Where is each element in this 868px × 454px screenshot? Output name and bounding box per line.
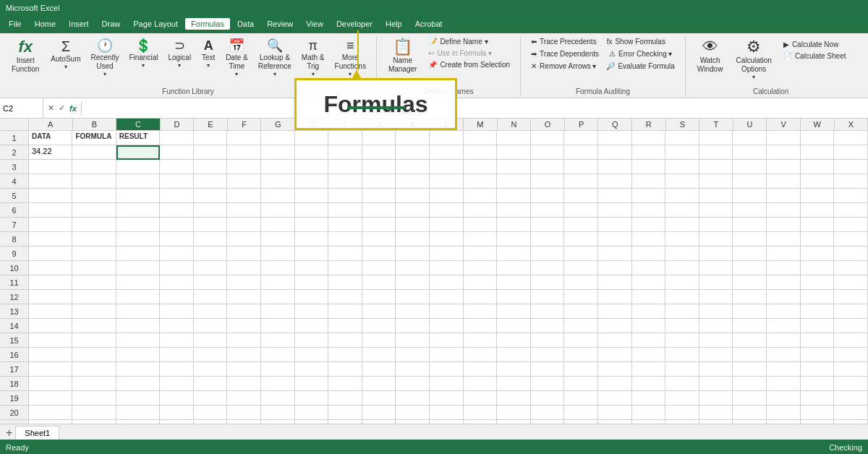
cell-S12[interactable]: [665, 290, 699, 304]
cell-J20[interactable]: [362, 406, 396, 420]
menu-data[interactable]: Data: [231, 18, 260, 30]
cell-Q11[interactable]: [598, 275, 632, 290]
cell-B3[interactable]: [72, 160, 116, 174]
cell-R5[interactable]: [632, 189, 666, 203]
cell-P16[interactable]: [564, 348, 598, 362]
cell-T19[interactable]: [699, 391, 733, 406]
cell-F2[interactable]: [227, 145, 261, 160]
cell-N14[interactable]: [497, 319, 531, 333]
name-box[interactable]: C2: [0, 98, 43, 118]
row-header-13[interactable]: 13: [0, 304, 28, 319]
row-header-7[interactable]: 7: [0, 218, 28, 232]
cell-K3[interactable]: [396, 160, 430, 174]
cell-P19[interactable]: [564, 391, 598, 406]
cell-A19[interactable]: [29, 391, 72, 406]
cell-M16[interactable]: [464, 348, 498, 362]
show-formulas-button[interactable]: fx Show Formulas: [603, 36, 670, 47]
cell-F13[interactable]: [227, 304, 261, 319]
cell-G17[interactable]: [261, 362, 295, 377]
cell-V2[interactable]: [767, 145, 801, 160]
cell-S16[interactable]: [665, 348, 699, 362]
cell-M4[interactable]: [464, 174, 498, 189]
cell-X1[interactable]: [834, 131, 868, 145]
cell-E10[interactable]: [194, 261, 228, 275]
col-header-J[interactable]: J: [362, 119, 396, 130]
cell-J2[interactable]: [362, 145, 396, 160]
cell-X14[interactable]: [834, 319, 868, 333]
cell-Q10[interactable]: [598, 261, 632, 275]
cell-D2[interactable]: [160, 145, 194, 160]
cell-I15[interactable]: [328, 333, 362, 348]
cell-F8[interactable]: [227, 232, 261, 247]
cell-T6[interactable]: [699, 203, 733, 218]
cell-W3[interactable]: [801, 160, 835, 174]
cell-W19[interactable]: [801, 391, 835, 406]
cell-T21[interactable]: [699, 420, 733, 424]
cell-A2[interactable]: 34.22: [29, 145, 72, 160]
cell-D7[interactable]: [160, 218, 194, 232]
cell-O1[interactable]: [531, 131, 565, 145]
cell-N3[interactable]: [497, 160, 531, 174]
cell-H10[interactable]: [295, 261, 329, 275]
cell-A4[interactable]: [29, 174, 72, 189]
cell-J13[interactable]: [362, 304, 396, 319]
cell-U11[interactable]: [733, 275, 767, 290]
cell-G12[interactable]: [261, 290, 295, 304]
cell-I20[interactable]: [328, 406, 362, 420]
cell-P20[interactable]: [564, 406, 598, 420]
cell-T15[interactable]: [699, 333, 733, 348]
cell-L13[interactable]: [430, 304, 464, 319]
cell-G3[interactable]: [261, 160, 295, 174]
cell-U14[interactable]: [733, 319, 767, 333]
cell-B8[interactable]: [72, 232, 116, 247]
cell-R7[interactable]: [632, 218, 666, 232]
cell-D21[interactable]: [160, 420, 194, 424]
cell-X17[interactable]: [834, 362, 868, 377]
cell-B11[interactable]: [72, 275, 116, 290]
cell-H5[interactable]: [295, 189, 329, 203]
col-header-D[interactable]: D: [161, 119, 195, 130]
cell-K7[interactable]: [396, 218, 430, 232]
cell-T20[interactable]: [699, 406, 733, 420]
cell-K9[interactable]: [396, 247, 430, 261]
cell-F9[interactable]: [227, 247, 261, 261]
cell-R8[interactable]: [632, 232, 666, 247]
cell-O12[interactable]: [531, 290, 565, 304]
cell-J7[interactable]: [362, 218, 396, 232]
cell-D13[interactable]: [160, 304, 194, 319]
row-header-19[interactable]: 19: [0, 391, 28, 406]
cell-U9[interactable]: [733, 247, 767, 261]
cell-D14[interactable]: [160, 319, 194, 333]
cell-R15[interactable]: [632, 333, 666, 348]
cell-D11[interactable]: [160, 275, 194, 290]
cell-M13[interactable]: [464, 304, 498, 319]
cell-U13[interactable]: [733, 304, 767, 319]
cell-V7[interactable]: [767, 218, 801, 232]
cell-E16[interactable]: [194, 348, 228, 362]
cell-T5[interactable]: [699, 189, 733, 203]
cell-B19[interactable]: [72, 391, 116, 406]
cell-V16[interactable]: [767, 348, 801, 362]
col-header-H[interactable]: H: [295, 119, 329, 130]
cell-O19[interactable]: [531, 391, 565, 406]
cell-K12[interactable]: [396, 290, 430, 304]
col-header-K[interactable]: K: [396, 119, 430, 130]
remove-arrows-button[interactable]: ✕ Remove Arrows ▾: [527, 61, 600, 72]
cell-V11[interactable]: [767, 275, 801, 290]
cell-Q15[interactable]: [598, 333, 632, 348]
logical-button[interactable]: ⊃ Logical ▾: [163, 36, 195, 72]
cell-U20[interactable]: [733, 406, 767, 420]
cell-V19[interactable]: [767, 391, 801, 406]
cell-C13[interactable]: [116, 304, 160, 319]
cell-K11[interactable]: [396, 275, 430, 290]
cell-T4[interactable]: [699, 174, 733, 189]
cell-F15[interactable]: [227, 333, 261, 348]
cell-B20[interactable]: [72, 406, 116, 420]
col-header-V[interactable]: V: [767, 119, 801, 130]
cell-V18[interactable]: [767, 377, 801, 391]
cell-J10[interactable]: [362, 261, 396, 275]
cell-M12[interactable]: [464, 290, 498, 304]
cell-R12[interactable]: [632, 290, 666, 304]
cell-X10[interactable]: [834, 261, 868, 275]
cell-I16[interactable]: [328, 348, 362, 362]
